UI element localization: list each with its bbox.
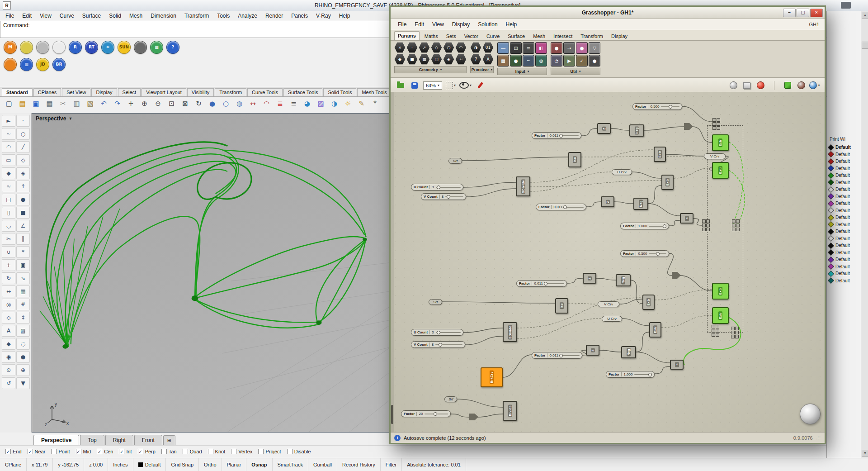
integer-param-icon[interactable]: 01 [482,42,494,53]
tool-move[interactable]: + [2,259,15,271]
osnap-end[interactable]: ✓End [5,449,22,454]
tool-osnap-tool[interactable]: ◇ [2,312,15,324]
tool-join[interactable]: ∪ [2,246,15,258]
open-file-icon[interactable]: ▤ [16,98,28,110]
gh-component-z-17[interactable]: Z [601,196,614,207]
tool-chamfer[interactable]: ∠ [16,220,30,232]
slider-knob[interactable] [437,331,440,334]
slider-track[interactable] [564,207,584,208]
gh-component-iso-9[interactable]: Iso [568,152,581,167]
layer-row[interactable]: Default [829,264,850,269]
gh-component-extr-29[interactable]: Extr [712,283,729,300]
osnap-knot[interactable]: Knot [208,449,226,454]
scroll-thumb[interactable] [862,42,868,49]
gh-menu-file[interactable]: File [394,20,410,29]
gh-menu-solution[interactable]: Solution [474,20,501,29]
gh-mini-panel-stack-46[interactable] [731,327,739,338]
slider-track[interactable] [545,283,564,284]
gh-menu-view[interactable]: View [429,20,448,29]
gh-component-z-1[interactable]: Z [597,123,611,134]
texture-icon[interactable]: ▨ [315,98,327,110]
layer-row[interactable]: Default [829,229,850,234]
md-slider-icon[interactable]: ▩ [497,55,509,67]
preview-wireframe-icon[interactable] [741,80,752,91]
toolbar-tab-set-view[interactable]: Set View [62,88,90,96]
properties-icon[interactable]: ≡ [288,98,300,110]
render-disc-icon[interactable] [20,41,33,54]
distance-icon[interactable]: ↔ [247,98,259,110]
plane-param-icon[interactable]: ◇ [431,42,442,53]
toolbar-tab-transform[interactable]: Transform [215,88,246,96]
display-mode-icon[interactable]: ▾ [809,80,820,91]
osnap-point[interactable]: Point [51,449,70,454]
boolean-param-icon[interactable]: ◑ [470,42,481,53]
gh-component---20[interactable]: × [680,213,693,224]
sun-icon[interactable]: SUN [118,41,131,54]
tool-pan-tool[interactable]: ⊕ [16,364,30,376]
layer-row[interactable]: Default [829,187,850,192]
rhino-menu-panels[interactable]: Panels [288,12,311,20]
osnap-quad[interactable]: Quad [183,449,202,454]
zoom-in-icon[interactable]: ⊕ [138,98,151,110]
new-viewport-tab-icon[interactable]: ⊞ [163,435,175,445]
rhino-menu-surface[interactable]: Surface [79,12,104,20]
checkbox-perp[interactable]: ✓ [138,449,143,454]
gh-mini-panel-stack-45[interactable] [712,325,719,337]
status-toggle-gumball[interactable]: Gumball [308,458,337,471]
rhino-menu-transform[interactable]: Transform [181,12,212,20]
copy-icon[interactable]: ▥ [71,98,83,110]
rhino-menu-render[interactable]: Render [262,12,287,20]
slider-track[interactable] [436,332,461,333]
galapagos-icon[interactable]: ● [576,42,588,54]
tool-sphere[interactable]: ● [16,194,30,205]
gh-slider-factor-27[interactable]: Factor0.011 [516,280,567,287]
tool-named-views[interactable]: ▼ [16,377,30,389]
tool-block[interactable]: ◆ [2,338,15,350]
gh-component-neg-41[interactable]: Neg [621,346,636,358]
undo-icon[interactable]: ↶ [98,98,110,110]
toolbar-tab-solid-tools[interactable]: Solid Tools [323,88,356,96]
mcneel-icon[interactable]: M [4,41,17,54]
layer-row[interactable]: Default [829,173,850,178]
tool-cylinder[interactable]: ▯ [2,207,15,219]
tool-surface-tools[interactable]: ◈ [16,167,30,179]
gh-relay-v-crv-8[interactable]: V Crv [704,153,726,159]
gh-relay-u-crv-11[interactable]: U Crv [612,169,632,175]
checkbox-near[interactable]: ✓ [28,449,33,454]
osnap-int[interactable]: ✓Int [119,449,132,454]
slider-track[interactable] [445,196,463,197]
status-toggle-record-history[interactable]: Record History [337,458,381,471]
checkbox-knot[interactable] [208,449,213,454]
save-definition-icon[interactable] [409,80,420,91]
slider-knob[interactable] [563,205,567,209]
tool-gumball[interactable]: ◎ [2,299,15,310]
ghosted-view-icon[interactable]: ◍ [233,98,245,110]
tool-surface[interactable]: ◆ [2,167,15,179]
tool-polyline[interactable]: ╱ [16,141,30,153]
gh-tab-sets[interactable]: Sets [443,32,459,40]
tool-mirror[interactable]: ↔ [2,285,15,297]
print-icon[interactable]: ▦ [43,98,56,110]
slider-knob[interactable] [434,412,437,416]
paint-wires-icon[interactable] [475,80,486,91]
gh-component-extr-35[interactable]: Extr [712,307,729,324]
gh-slider-factor-19[interactable]: Factor0.011 [536,204,586,210]
br-icon[interactable]: BR [52,58,66,71]
layer-row[interactable]: Default [829,236,850,241]
gh-component-sdivide-14[interactable]: SDivide [516,176,530,196]
checkbox-end[interactable]: ✓ [5,449,11,454]
rotate-view-icon[interactable]: ↻ [193,98,205,110]
slider-track[interactable] [435,344,462,345]
gh-menu-display[interactable]: Display [448,20,473,29]
slider-knob[interactable] [437,186,440,189]
group-menu-icon[interactable]: ▾ [440,68,442,71]
gh-slider-v-count-39[interactable]: V Count8 [411,341,465,348]
slider-track[interactable] [661,106,679,107]
gh-mini-panel-stack-23[interactable] [732,219,740,231]
gh-slider-factor-0[interactable]: Factor0.500 [632,103,682,110]
gh-tab-curve[interactable]: Curve [483,32,503,40]
slider-knob[interactable] [447,195,450,199]
layer-row[interactable]: Default [829,194,850,199]
layer-row[interactable]: Default [829,215,850,220]
toolbar-tab-cplanes[interactable]: CPlanes [33,88,61,96]
